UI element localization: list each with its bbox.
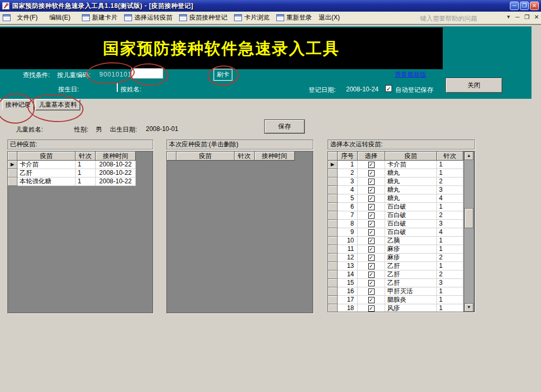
column-header[interactable]: 疫苗 [385, 152, 437, 161]
table-row[interactable]: 2✓糖丸1 [328, 169, 474, 178]
row-selector[interactable] [328, 304, 338, 312]
vaccine-checkbox[interactable]: ✓ [368, 255, 375, 261]
menu-file[interactable]: 文件(F) [17, 13, 38, 22]
grid-cell: 麻疹 [385, 254, 437, 262]
vaccine-checkbox[interactable]: ✓ [368, 272, 375, 278]
row-selector[interactable] [328, 254, 338, 262]
row-selector[interactable] [328, 194, 338, 203]
help-dropdown-icon[interactable]: ▼ [506, 14, 511, 20]
table-row[interactable]: 8✓百白破3 [328, 220, 474, 228]
menu-card-browse[interactable]: 卡片浏览 [234, 13, 269, 22]
row-selector[interactable] [328, 245, 338, 254]
column-header[interactable]: 序号 [338, 152, 358, 161]
menu-exit[interactable]: 退出(X) [319, 13, 340, 22]
table-row[interactable]: 17✓腮腺炎1 [328, 296, 474, 304]
table-row[interactable]: 6✓百白破1 [328, 203, 474, 211]
column-header[interactable]: 针次 [437, 152, 463, 161]
table-row[interactable]: 14✓乙肝2 [328, 270, 474, 279]
table-row[interactable]: 12✓麻疹2 [328, 254, 474, 262]
vaccine-checkbox[interactable]: ✓ [368, 229, 375, 236]
table-row[interactable]: 13✓乙肝1 [328, 262, 474, 270]
table-row[interactable]: 10✓乙脑1 [328, 237, 474, 245]
row-selector[interactable] [328, 186, 338, 194]
row-selector[interactable] [328, 220, 338, 228]
child-restore-button[interactable]: ❐ [523, 14, 531, 21]
menu-select-transfer-vaccine[interactable]: 选择运转疫苗 [124, 13, 172, 22]
vaccine-checkbox[interactable]: ✓ [368, 195, 375, 202]
child-close-button[interactable]: ✕ [533, 14, 540, 21]
row-selector[interactable] [328, 211, 338, 220]
column-header[interactable]: 接种时间 [96, 152, 136, 161]
vaccine-checkbox[interactable]: ✓ [368, 204, 375, 210]
menu-vaccination-register[interactable]: 疫苗接种登记 [179, 13, 227, 22]
scroll-down-icon[interactable]: ▼ [464, 303, 473, 312]
vaccine-checkbox[interactable]: ✓ [368, 221, 375, 227]
vaccine-checkbox[interactable]: ✓ [368, 297, 375, 303]
grid-cell: ✓ [358, 279, 385, 287]
row-selector[interactable] [328, 279, 338, 287]
menu-relogin[interactable]: 重新登录 [276, 13, 312, 22]
vaccine-checkbox[interactable]: ✓ [368, 238, 375, 244]
table-row[interactable]: 乙肝12008-10-22 [8, 169, 153, 178]
grid-cell: 1 [437, 287, 463, 296]
vaccine-checkbox[interactable]: ✓ [368, 170, 375, 176]
current-row-marker[interactable]: ▶ [8, 161, 17, 169]
row-selector[interactable] [328, 287, 338, 296]
minimize-button[interactable]: ─ [510, 2, 519, 10]
close-window-button[interactable]: ✕ [530, 2, 539, 10]
table-row[interactable]: 3✓糖丸2 [328, 178, 474, 186]
scrollbar-thumb[interactable] [464, 208, 473, 228]
column-header[interactable]: 选择 [358, 152, 385, 161]
row-selector[interactable] [328, 178, 338, 186]
vaccine-checkbox[interactable]: ✓ [368, 212, 375, 219]
table-row[interactable]: 9✓百白破4 [328, 228, 474, 237]
vaccine-checkbox[interactable]: ✓ [368, 305, 375, 312]
child-window-icon[interactable] [3, 14, 11, 21]
scroll-up-icon[interactable]: ▲ [464, 152, 473, 160]
row-selector[interactable] [328, 203, 338, 211]
vaccine-checkbox[interactable]: ✓ [368, 187, 375, 193]
current-row-marker[interactable]: ▶ [328, 161, 338, 169]
vaccine-checkbox[interactable]: ✓ [368, 179, 375, 185]
table-row[interactable]: 本轮强化糖12008-10-22 [8, 178, 153, 186]
column-header[interactable]: 疫苗 [176, 152, 235, 161]
vaccine-checkbox[interactable]: ✓ [368, 280, 375, 286]
row-selector[interactable] [328, 296, 338, 304]
table-row[interactable]: 4✓糖丸3 [328, 186, 474, 194]
row-selector[interactable] [328, 237, 338, 245]
vaccine-checkbox[interactable]: ✓ [368, 162, 375, 168]
menu-new-card[interactable]: 新建卡片 [82, 13, 117, 22]
table-row[interactable]: ▶卡介苗12008-10-22 [8, 161, 153, 169]
save-button[interactable]: 保存 [264, 119, 305, 134]
column-header[interactable]: 针次 [235, 152, 255, 161]
close-button[interactable]: 关闭 [445, 78, 502, 93]
table-row[interactable]: 18✓风疹1 [328, 304, 474, 312]
vaccine-checkbox[interactable]: ✓ [368, 263, 375, 269]
row-selector[interactable] [8, 169, 17, 178]
column-header[interactable]: 接种时间 [255, 152, 295, 161]
table-row[interactable]: 7✓百白破2 [328, 211, 474, 220]
vaccine-checkbox[interactable]: ✓ [368, 288, 375, 295]
table-row[interactable]: 16✓甲肝灭活1 [328, 287, 474, 296]
child-minimize-button[interactable]: ─ [514, 14, 521, 20]
menu-edit[interactable]: 编辑(E) [49, 13, 70, 22]
row-selector[interactable] [328, 262, 338, 270]
row-selector[interactable] [328, 270, 338, 279]
restore-button[interactable]: ❐ [520, 2, 529, 10]
latest-version-link[interactable]: 查看最新版 [395, 70, 426, 79]
row-selector[interactable] [328, 228, 338, 237]
grid-cell: 15 [338, 279, 358, 287]
column-header[interactable]: 疫苗 [17, 152, 76, 161]
selector-header [8, 152, 17, 161]
row-selector[interactable] [328, 169, 338, 178]
vaccine-checkbox[interactable]: ✓ [368, 246, 375, 253]
table-row[interactable]: 15✓乙肝3 [328, 279, 474, 287]
auto-save-checkbox[interactable]: ✓ [385, 85, 392, 92]
table-row[interactable]: 5✓糖丸4 [328, 194, 474, 203]
row-selector[interactable] [8, 178, 17, 186]
help-question-input[interactable]: 键入需要帮助的问题 [420, 14, 477, 23]
vertical-scrollbar[interactable]: ▲ ▼ [464, 152, 473, 312]
table-row[interactable]: ▶1✓卡介苗1 [328, 161, 474, 169]
table-row[interactable]: 11✓麻疹1 [328, 245, 474, 254]
column-header[interactable]: 针次 [76, 152, 96, 161]
